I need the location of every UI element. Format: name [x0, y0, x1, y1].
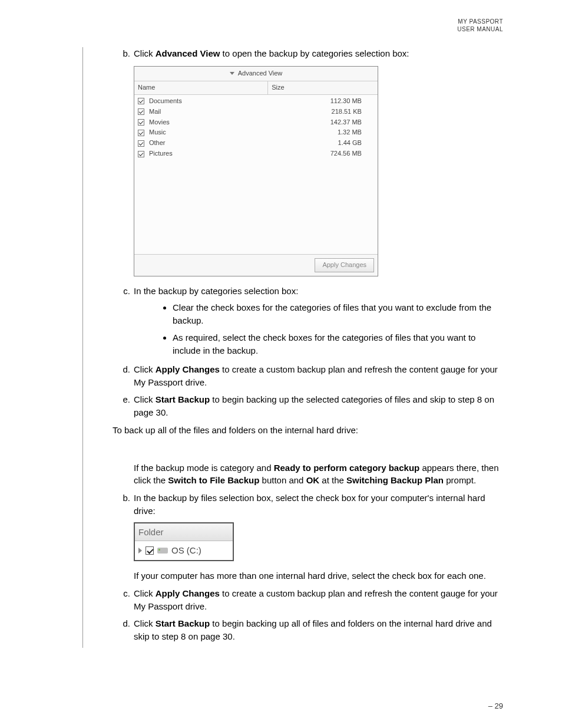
text: In the backup by categories selection bo… [134, 286, 298, 296]
drive-icon [157, 548, 168, 554]
text: Click Start Backup to begin backing up a… [134, 618, 492, 641]
text: In the backup by files selection box, se… [134, 493, 485, 516]
header-line-1: MY PASSPORT [457, 18, 503, 25]
apply-changes-button[interactable]: Apply Changes [315, 258, 374, 272]
step-c: c. In the backup by categories selection… [134, 285, 501, 357]
chevron-down-icon [230, 72, 234, 75]
folder-selection-panel: Folder OS (C:) [134, 522, 234, 562]
mode-note: If the backup mode is category and Ready… [134, 462, 501, 487]
drive-row: OS (C:) [135, 541, 233, 560]
checkbox-icon[interactable] [146, 546, 154, 555]
text: Click Advanced View to open the backup b… [134, 48, 409, 58]
col-size: Size [268, 81, 378, 94]
step-c2: c. Click Apply Changes to create a custo… [134, 587, 501, 613]
bullet: As required, select the check boxes for … [173, 331, 501, 357]
col-name: Name [134, 81, 268, 94]
text: Click Start Backup to begin backing up t… [134, 394, 494, 417]
step-d: d. Click Apply Changes to create a custo… [134, 363, 501, 389]
drive-label: OS (C:) [171, 544, 201, 557]
panel-footer: Apply Changes [134, 254, 378, 276]
text-after: If your computer has more than one inter… [134, 569, 501, 582]
step-marker: d. [113, 363, 130, 376]
checkbox-icon[interactable] [138, 151, 144, 157]
checkbox-icon[interactable] [138, 140, 144, 147]
checkbox-icon[interactable] [138, 98, 144, 104]
step-marker: b. [113, 492, 130, 505]
table-row: Other1.44 GB [134, 138, 378, 149]
folder-header: Folder [135, 523, 233, 542]
advanced-view-title[interactable]: Advanced View [134, 67, 378, 81]
table-row: Mail218.51 KB [134, 107, 378, 117]
header-line-2: USER MANUAL [457, 25, 503, 33]
text: Click Apply Changes to create a custom b… [134, 588, 498, 611]
checkbox-icon[interactable] [138, 130, 144, 136]
step-marker: c. [113, 285, 130, 298]
table-row: Pictures724.56 MB [134, 149, 378, 159]
step-b2: b. In the backup by files selection box,… [134, 492, 501, 582]
expand-icon[interactable] [138, 548, 142, 554]
step-marker: d. [113, 617, 130, 630]
checkbox-icon[interactable] [138, 108, 144, 115]
checkbox-icon[interactable] [138, 119, 144, 126]
table-row: Movies142.37 MB [134, 117, 378, 128]
table-row: Music1.32 MB [134, 127, 378, 138]
transition-text: To back up all of the files and folders … [113, 424, 501, 437]
category-rows: Documents112.30 MB Mail218.51 KB Movies1… [134, 95, 378, 255]
step-e: e. Click Start Backup to begin backing u… [134, 393, 501, 419]
bullet: Clear the check boxes for the categories… [173, 301, 501, 327]
advanced-view-panel: Advanced View Name Size Documents112.30 … [134, 66, 378, 276]
step-marker: b. [113, 47, 130, 60]
step-d2: d. Click Start Backup to begin backing u… [134, 617, 501, 643]
step-marker: e. [113, 393, 130, 406]
text: Click Apply Changes to create a custom b… [134, 364, 498, 387]
page-number: – 29 [488, 701, 503, 710]
table-row: Documents112.30 MB [134, 96, 378, 107]
page-content: b. Click Advanced View to open the backu… [82, 47, 501, 648]
page-header: MY PASSPORT USER MANUAL [457, 18, 503, 33]
step-marker: c. [113, 587, 130, 600]
step-b: b. Click Advanced View to open the backu… [134, 47, 501, 276]
column-headers: Name Size [134, 81, 378, 95]
